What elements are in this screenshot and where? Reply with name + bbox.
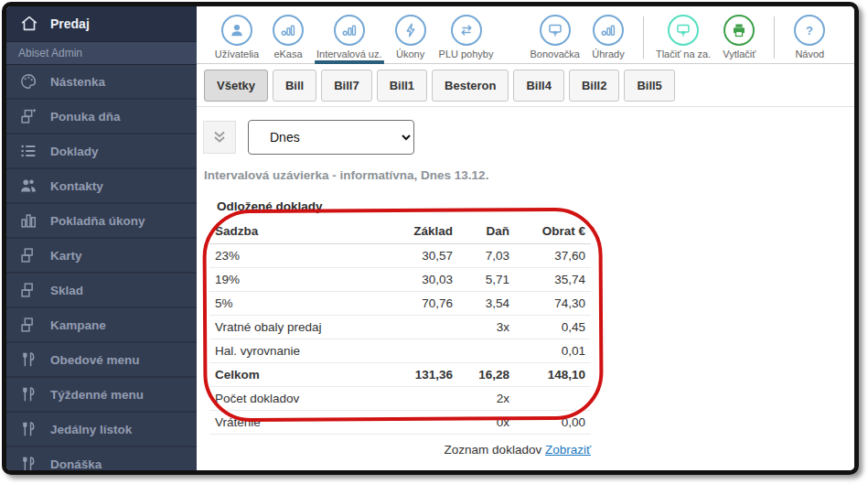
tab-bill2[interactable]: Bill2 [569, 70, 619, 102]
toolbar-item-label: eKasa [265, 48, 311, 59]
table-cell [383, 387, 458, 411]
sidebar-item-donaska[interactable]: Donáška [6, 447, 197, 470]
toolbar-item-ukony[interactable]: Úkony [385, 15, 436, 64]
toolbar-item-label: Návod [787, 48, 832, 59]
toolbar-item-uhrady[interactable]: Úhrady [583, 15, 634, 64]
table-cell: 74,30 [515, 292, 591, 316]
collapse-button[interactable] [203, 121, 236, 154]
main-area: Užívatelia eKasa Intervalová uz. Úkony [197, 6, 854, 470]
palette-icon [18, 71, 38, 91]
toolbar-item-intervalova-uz[interactable]: Intervalová uz. [314, 15, 385, 64]
toolbar-item-label: Bonovačka [530, 48, 579, 59]
sidebar-item-pokladna-ukony[interactable]: Pokladňa úkony [6, 204, 197, 239]
sidebar-item-label: Kontakty [50, 179, 103, 193]
toolbar-item-vytlacit[interactable]: Vytlačiť [713, 15, 765, 64]
bar-chart-icon [334, 15, 365, 46]
table-cell: 35,74 [515, 268, 591, 292]
home-icon [19, 14, 39, 34]
tab-bill5[interactable]: Bill5 [624, 70, 674, 102]
sidebar-item-ponuka-dna[interactable]: Ponuka dňa [6, 100, 197, 134]
table-row: 23% 30,57 7,03 37,60 [209, 244, 591, 268]
sidebar-item-label: Donáška [50, 457, 102, 471]
table-cell [458, 339, 515, 363]
table-row: Počet dokladov 2x [209, 387, 591, 411]
table-cell [383, 339, 458, 363]
tab-besteron[interactable]: Besteron [432, 70, 509, 102]
sidebar-item-karty[interactable]: Karty [6, 239, 197, 274]
toolbar-item-bonovacka[interactable]: Bonovačka [527, 15, 582, 64]
toolbar-item-navod[interactable]: ? Návod [784, 15, 835, 64]
table-cell: 2x [458, 387, 515, 411]
table-cell: Vratné obaly predaj [209, 316, 383, 339]
user-icon [221, 15, 252, 46]
table-cell: 30,03 [383, 268, 458, 292]
sidebar-item-kampane[interactable]: Kampane [6, 308, 197, 343]
active-tab-underline [315, 60, 384, 64]
sidebar-item-tyzdenne-menu[interactable]: Týždenné menu [6, 378, 197, 413]
table-cell: 0,00 [515, 411, 591, 435]
table-row: Vratné obaly predaj 3x 0,45 [209, 316, 591, 339]
tab-bill7[interactable]: Bill7 [321, 70, 371, 102]
table-cell: 30,57 [383, 244, 458, 268]
tab-bill4[interactable]: Bill4 [513, 70, 563, 102]
sidebar-item-nastenka[interactable]: Nástenka [6, 65, 197, 100]
sidebar-item-doklady[interactable]: Doklady [6, 134, 197, 169]
sidebar-account-label: Abiset Admin [6, 41, 197, 65]
report-title: Intervalová uzávierka - informatívna, Dn… [204, 168, 854, 182]
toolbar-item-tlacit-na-za[interactable]: Tlačiť na za. [653, 15, 713, 64]
sidebar-item-label: Týždenné menu [50, 388, 144, 402]
table-cell: 0,45 [515, 316, 591, 339]
sidebar-item-label: Doklady [50, 145, 99, 158]
toolbar-item-label: Intervalová uz. [316, 48, 382, 59]
toolbar-item-ekasa[interactable]: eKasa [263, 15, 314, 64]
sidebar-item-jedalny-listok[interactable]: Jedálny lístok [6, 413, 197, 447]
cutlery-icon [18, 384, 38, 404]
toolbar-item-label: PLU pohyby [439, 48, 494, 59]
swap-arrows-icon [451, 15, 482, 46]
table-cell: 0,01 [515, 339, 591, 363]
filter-controls: Dnes [203, 120, 854, 155]
table-cell [383, 411, 458, 435]
sidebar-item-kontakty[interactable]: Kontakty [6, 169, 197, 204]
question-icon: ? [794, 15, 825, 46]
table-row: 19% 30,03 5,71 35,74 [209, 268, 591, 292]
toolbar-item-label: Vytlačiť [716, 48, 762, 59]
boxes-icon [18, 280, 38, 300]
table-cell: Počet dokladov [209, 387, 383, 411]
show-documents-link[interactable]: Zobraziť [545, 443, 591, 457]
toolbar-divider [774, 16, 775, 59]
table-cell: 3x [458, 316, 515, 339]
tab-bill[interactable]: Bill [273, 70, 316, 102]
sidebar: Predaj Abiset Admin Nástenka Ponuka dňa … [6, 6, 197, 470]
screen-up-icon [668, 15, 699, 46]
boxes-icon [18, 315, 38, 335]
date-range-select[interactable]: Dnes [248, 120, 414, 155]
table-cell: 148,10 [515, 363, 591, 387]
toolbar-item-uzivatelia[interactable]: Užívatelia [211, 15, 263, 64]
sidebar-item-sklad[interactable]: Sklad [6, 274, 197, 308]
table-row-total: Celkom 131,36 16,28 148,10 [209, 363, 591, 387]
table-cell: 37,60 [515, 244, 591, 268]
column-header: Obrat € [515, 220, 591, 244]
table-cell: 7,03 [458, 244, 515, 268]
tab-bill1[interactable]: Bill1 [377, 70, 427, 102]
toolbar-divider [643, 16, 644, 59]
documents-footer-label: Zoznam dokladov [445, 443, 542, 457]
tab-vsetky[interactable]: Všetky [204, 70, 268, 102]
sidebar-header-label: Predaj [50, 16, 90, 31]
sidebar-item-predaj[interactable]: Predaj [6, 6, 197, 41]
tax-summary-table: Sadzba Základ Daň Obrat € 23% 30,57 7,03… [209, 220, 591, 435]
bar-chart-icon [593, 15, 624, 46]
people-icon [18, 176, 38, 196]
table-cell: 19% [209, 268, 383, 292]
sidebar-item-label: Obedové menu [50, 353, 140, 367]
toolbar-item-label: Užívatelia [214, 48, 260, 59]
toolbar-item-plu-pohyby[interactable]: PLU pohyby [436, 15, 497, 64]
register-tabs: Všetky Bill Bill7 Bill1 Besteron Bill4 B… [197, 64, 854, 107]
sidebar-item-label: Kampane [50, 318, 106, 332]
table-cell: Hal. vyrovnanie [209, 339, 383, 363]
table-cell [515, 387, 591, 411]
cutlery-icon [18, 350, 38, 370]
sidebar-item-obedove-menu[interactable]: Obedové menu [6, 343, 197, 378]
cutlery-icon [18, 454, 38, 470]
